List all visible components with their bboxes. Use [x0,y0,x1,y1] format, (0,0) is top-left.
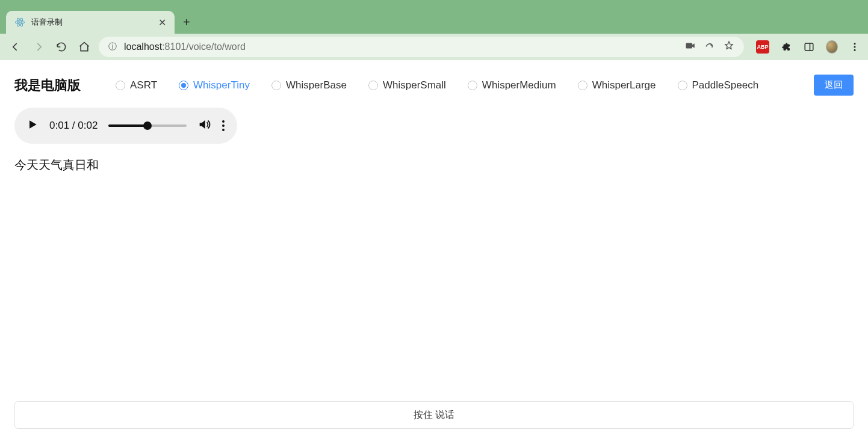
radio-dot-icon [678,81,687,90]
volume-icon[interactable] [197,118,211,134]
toolbar-right-icons: ABP [750,40,861,54]
browser-tab-active[interactable]: 语音录制 ✕ [6,11,175,34]
radio-label: PaddleSpeech [692,79,759,91]
profile-avatar-icon[interactable] [826,41,838,53]
audio-more-icon[interactable] [222,120,225,131]
radio-dot-icon [468,81,477,90]
radio-label: WhisperLarge [592,79,656,91]
nav-forward-button[interactable] [30,38,47,55]
page-title: 我是电脑版 [14,76,81,94]
side-panel-icon[interactable] [803,41,815,53]
model-radio-group: ASRTWhisperTinyWhisperBaseWhisperSmallWh… [116,79,797,91]
radio-dot-icon [368,81,378,90]
audio-player: 0:01 / 0:02 [14,108,237,144]
svg-point-9 [854,49,856,51]
page-content: 我是电脑版 ASRTWhisperTinyWhisperBaseWhisperS… [0,60,868,436]
omnibox-actions [685,40,734,54]
nav-home-button[interactable] [76,38,93,55]
react-favicon-icon [14,17,25,28]
radio-dot-icon [179,81,188,90]
audio-seek-slider[interactable] [108,124,187,127]
tab-close-icon[interactable]: ✕ [158,17,166,28]
site-info-icon[interactable]: ⓘ [108,41,117,52]
radio-label: WhisperTiny [193,79,250,91]
header-row: 我是电脑版 ASRTWhisperTinyWhisperBaseWhisperS… [14,75,854,96]
radio-label: ASRT [130,79,157,91]
window-titlebar [0,0,868,7]
radio-whisperlarge[interactable]: WhisperLarge [578,79,656,91]
back-button[interactable]: 返回 [814,75,854,96]
play-button-icon[interactable] [26,118,39,133]
browser-menu-icon[interactable] [849,41,861,53]
radio-label: WhisperMedium [482,79,556,91]
radio-label: WhisperBase [286,79,347,91]
nav-reload-button[interactable] [53,38,70,55]
radio-whispertiny[interactable]: WhisperTiny [179,79,250,91]
new-tab-button[interactable]: + [175,11,199,34]
svg-point-3 [19,22,21,23]
radio-dot-icon [578,81,587,90]
browser-toolbar: ⓘ localhost:8101/voice/to/word ABP [0,34,868,60]
tab-title: 语音录制 [31,17,152,28]
radio-whispersmall[interactable]: WhisperSmall [368,79,446,91]
nav-back-button[interactable] [7,38,24,55]
omnibox[interactable]: ⓘ localhost:8101/voice/to/word [99,37,744,57]
radio-label: WhisperSmall [383,79,446,91]
abp-extension-icon[interactable]: ABP [756,40,769,54]
radio-asrt[interactable]: ASRT [116,79,157,91]
browser-tabstrip: 语音录制 ✕ + [0,7,868,34]
audio-time-display: 0:01 / 0:02 [49,120,98,132]
svg-rect-5 [805,43,813,51]
url-text: localhost:8101/voice/to/word [124,41,246,52]
radio-whispermedium[interactable]: WhisperMedium [468,79,556,91]
radio-whisperbase[interactable]: WhisperBase [271,79,347,91]
radio-dot-icon [116,81,125,90]
share-icon[interactable] [704,40,715,54]
transcript-text: 今天天气真日和 [14,157,854,173]
radio-paddlespeech[interactable]: PaddleSpeech [678,79,759,91]
extensions-icon[interactable] [780,41,792,53]
radio-dot-icon [271,81,281,90]
camera-icon[interactable] [685,40,696,54]
svg-point-7 [854,43,856,45]
bookmark-star-icon[interactable] [724,40,734,54]
svg-point-8 [854,46,856,48]
svg-rect-4 [686,43,693,49]
hold-to-talk-button[interactable]: 按住 说话 [14,401,854,429]
